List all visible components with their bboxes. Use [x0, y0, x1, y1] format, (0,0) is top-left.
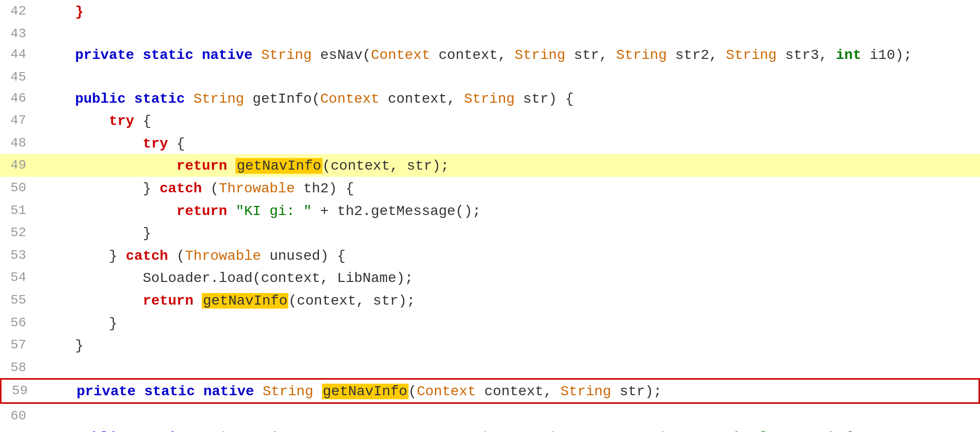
- line-content-51: return "KI gi: " + th2.getMessage();: [36, 199, 980, 222]
- line-content-50: } catch (Throwable th2) {: [36, 177, 980, 199]
- line-content-55: return getNavInfo(context, str);: [36, 289, 980, 312]
- line-content-54: SoLoader.load(context, LibName);: [36, 266, 980, 289]
- line-number-43: 43: [0, 23, 36, 44]
- line-content-59: private static native String getNavInfo(…: [38, 380, 978, 402]
- line-content-61: public static String gs(Context context,…: [36, 426, 980, 432]
- line-number-51: 51: [0, 199, 36, 222]
- line-content-57: }: [36, 334, 980, 356]
- line-number-48: 48: [0, 132, 36, 155]
- line-number-53: 53: [0, 244, 36, 267]
- line-content-45: [36, 66, 980, 87]
- line-number-47: 47: [0, 109, 36, 132]
- code-line-61: 61 public static String gs(Context conte…: [0, 426, 980, 432]
- line-number-44: 44: [0, 43, 36, 66]
- code-line-49: 49 return getNavInfo(context, str);: [0, 154, 980, 177]
- line-number-46: 46: [0, 87, 36, 110]
- line-content-53: } catch (Throwable unused) {: [36, 244, 980, 267]
- line-number-55: 55: [0, 289, 36, 312]
- line-number-54: 54: [0, 266, 36, 289]
- line-number-58: 58: [0, 356, 36, 378]
- line-content-58: [36, 356, 980, 378]
- line-content-47: try {: [36, 109, 980, 132]
- code-line-60: 60: [0, 405, 980, 426]
- code-line-54: 54 SoLoader.load(context, LibName);: [0, 266, 980, 289]
- code-line-48: 48 try {: [0, 132, 980, 155]
- line-content-60: [36, 405, 980, 426]
- code-line-58: 58: [0, 356, 980, 378]
- line-number-57: 57: [0, 334, 36, 356]
- line-number-61: 61: [0, 426, 36, 432]
- code-line-56: 56 }: [0, 312, 980, 334]
- code-container: 42 } 43 44 private static native String …: [0, 0, 980, 432]
- line-content-42: }: [36, 0, 980, 23]
- line-number-50: 50: [0, 177, 36, 199]
- code-line-55: 55 return getNavInfo(context, str);: [0, 289, 980, 312]
- line-number-52: 52: [0, 222, 36, 244]
- code-line-43: 43: [0, 23, 980, 44]
- line-content-48: try {: [36, 132, 980, 155]
- line-content-56: }: [36, 312, 980, 334]
- line-content-46: public static String getInfo(Context con…: [36, 87, 980, 110]
- code-line-42: 42 }: [0, 0, 980, 23]
- code-line-45: 45: [0, 66, 980, 87]
- line-content-43: [36, 23, 980, 44]
- code-line-59: 59 private static native String getNavIn…: [0, 378, 980, 404]
- code-line-57: 57 }: [0, 334, 980, 356]
- line-number-60: 60: [0, 405, 36, 426]
- line-content-52: }: [36, 222, 980, 244]
- line-number-49: 49: [0, 154, 36, 177]
- line-number-56: 56: [0, 312, 36, 334]
- line-number-59: 59: [2, 380, 38, 402]
- code-line-47: 47 try {: [0, 109, 980, 132]
- code-line-53: 53 } catch (Throwable unused) {: [0, 244, 980, 267]
- code-line-46: 46 public static String getInfo(Context …: [0, 87, 980, 110]
- code-line-51: 51 return "KI gi: " + th2.getMessage();: [0, 199, 980, 222]
- code-line-52: 52 }: [0, 222, 980, 244]
- line-content-44: private static native String esNav(Conte…: [36, 43, 980, 66]
- line-content-49: return getNavInfo(context, str);: [36, 154, 980, 177]
- code-line-50: 50 } catch (Throwable th2) {: [0, 177, 980, 199]
- line-number-42: 42: [0, 0, 36, 23]
- line-number-45: 45: [0, 66, 36, 87]
- code-line-44: 44 private static native String esNav(Co…: [0, 43, 980, 66]
